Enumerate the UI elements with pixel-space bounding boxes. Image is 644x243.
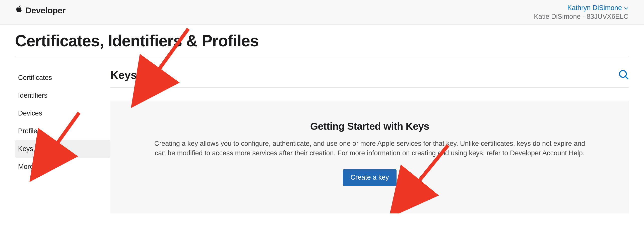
add-key-button[interactable]	[140, 71, 149, 80]
main-content: Keys Getting Started wit	[110, 69, 629, 213]
content-row: Certificates Identifiers Devices Profile…	[15, 69, 629, 213]
main-container: Certificates, Identifiers & Profiles Cer…	[0, 25, 644, 213]
sidebar-item-profiles[interactable]: Profiles	[15, 122, 110, 140]
brand-label: Developer	[25, 6, 66, 15]
sidebar-item-certificates[interactable]: Certificates	[15, 69, 110, 87]
top-header: Developer Kathryn DiSimone Katie DiSimon…	[0, 0, 644, 25]
search-icon[interactable]	[618, 69, 629, 81]
sidebar-item-keys[interactable]: Keys	[15, 140, 110, 158]
user-team-text: Katie DiSimone - 83JUVX6ELC	[534, 13, 628, 21]
create-key-button[interactable]: Create a key	[343, 169, 396, 186]
sidebar-item-devices[interactable]: Devices	[15, 104, 110, 122]
plus-icon	[142, 73, 147, 78]
sidebar-item-more[interactable]: More	[15, 158, 110, 176]
user-block: Kathryn DiSimone Katie DiSimone - 83JUVX…	[534, 4, 628, 21]
sidebar: Certificates Identifiers Devices Profile…	[15, 69, 110, 213]
apple-logo-icon	[16, 5, 23, 16]
user-name-text: Kathryn DiSimone	[567, 4, 622, 12]
sidebar-item-identifiers[interactable]: Identifiers	[15, 87, 110, 104]
svg-point-2	[620, 71, 626, 77]
section-title-wrap: Keys	[110, 69, 149, 81]
getting-started-panel: Getting Started with Keys Creating a key…	[110, 101, 629, 213]
chevron-down-icon	[624, 4, 628, 12]
developer-brand[interactable]: Developer	[16, 5, 66, 16]
panel-description: Creating a key allows you to configure, …	[151, 139, 589, 158]
section-title: Keys	[110, 69, 137, 81]
panel-title: Getting Started with Keys	[151, 121, 589, 132]
svg-line-3	[626, 77, 628, 79]
section-header: Keys	[110, 69, 629, 88]
page-title: Certificates, Identifiers & Profiles	[15, 25, 629, 56]
user-name-dropdown[interactable]: Kathryn DiSimone	[534, 4, 628, 12]
